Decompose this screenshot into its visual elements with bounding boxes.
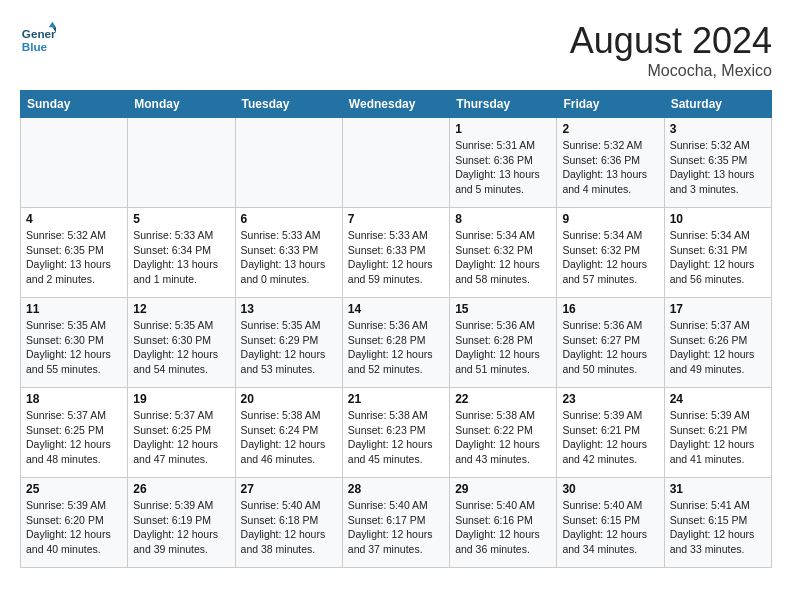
- day-number: 18: [26, 392, 122, 406]
- calendar-cell: 9Sunrise: 5:34 AMSunset: 6:32 PMDaylight…: [557, 208, 664, 298]
- day-detail: Sunrise: 5:38 AMSunset: 6:22 PMDaylight:…: [455, 408, 551, 467]
- day-header-friday: Friday: [557, 91, 664, 118]
- header-row: SundayMondayTuesdayWednesdayThursdayFrid…: [21, 91, 772, 118]
- day-detail: Sunrise: 5:40 AMSunset: 6:17 PMDaylight:…: [348, 498, 444, 557]
- day-number: 4: [26, 212, 122, 226]
- week-row-4: 18Sunrise: 5:37 AMSunset: 6:25 PMDayligh…: [21, 388, 772, 478]
- calendar-cell: 22Sunrise: 5:38 AMSunset: 6:22 PMDayligh…: [450, 388, 557, 478]
- day-number: 9: [562, 212, 658, 226]
- day-detail: Sunrise: 5:35 AMSunset: 6:30 PMDaylight:…: [133, 318, 229, 377]
- month-year: August 2024: [570, 20, 772, 62]
- calendar-cell: [235, 118, 342, 208]
- day-number: 27: [241, 482, 337, 496]
- day-detail: Sunrise: 5:39 AMSunset: 6:20 PMDaylight:…: [26, 498, 122, 557]
- calendar-cell: 16Sunrise: 5:36 AMSunset: 6:27 PMDayligh…: [557, 298, 664, 388]
- day-number: 28: [348, 482, 444, 496]
- day-detail: Sunrise: 5:32 AMSunset: 6:35 PMDaylight:…: [26, 228, 122, 287]
- day-number: 14: [348, 302, 444, 316]
- calendar-cell: 31Sunrise: 5:41 AMSunset: 6:15 PMDayligh…: [664, 478, 771, 568]
- day-number: 31: [670, 482, 766, 496]
- calendar-cell: 20Sunrise: 5:38 AMSunset: 6:24 PMDayligh…: [235, 388, 342, 478]
- day-number: 22: [455, 392, 551, 406]
- day-detail: Sunrise: 5:39 AMSunset: 6:21 PMDaylight:…: [562, 408, 658, 467]
- day-number: 30: [562, 482, 658, 496]
- day-number: 11: [26, 302, 122, 316]
- day-header-monday: Monday: [128, 91, 235, 118]
- day-number: 25: [26, 482, 122, 496]
- day-number: 12: [133, 302, 229, 316]
- day-header-tuesday: Tuesday: [235, 91, 342, 118]
- calendar-cell: 10Sunrise: 5:34 AMSunset: 6:31 PMDayligh…: [664, 208, 771, 298]
- calendar-cell: 26Sunrise: 5:39 AMSunset: 6:19 PMDayligh…: [128, 478, 235, 568]
- day-detail: Sunrise: 5:36 AMSunset: 6:27 PMDaylight:…: [562, 318, 658, 377]
- day-detail: Sunrise: 5:36 AMSunset: 6:28 PMDaylight:…: [455, 318, 551, 377]
- week-row-3: 11Sunrise: 5:35 AMSunset: 6:30 PMDayligh…: [21, 298, 772, 388]
- day-detail: Sunrise: 5:38 AMSunset: 6:24 PMDaylight:…: [241, 408, 337, 467]
- day-number: 8: [455, 212, 551, 226]
- day-detail: Sunrise: 5:33 AMSunset: 6:33 PMDaylight:…: [348, 228, 444, 287]
- day-detail: Sunrise: 5:40 AMSunset: 6:18 PMDaylight:…: [241, 498, 337, 557]
- calendar-cell: 27Sunrise: 5:40 AMSunset: 6:18 PMDayligh…: [235, 478, 342, 568]
- day-number: 13: [241, 302, 337, 316]
- day-number: 19: [133, 392, 229, 406]
- calendar-cell: [128, 118, 235, 208]
- calendar-cell: 13Sunrise: 5:35 AMSunset: 6:29 PMDayligh…: [235, 298, 342, 388]
- page-header: General Blue August 2024 Mococha, Mexico: [20, 20, 772, 80]
- title-block: August 2024 Mococha, Mexico: [570, 20, 772, 80]
- calendar-cell: [342, 118, 449, 208]
- svg-text:Blue: Blue: [22, 40, 48, 53]
- day-number: 16: [562, 302, 658, 316]
- day-detail: Sunrise: 5:39 AMSunset: 6:21 PMDaylight:…: [670, 408, 766, 467]
- day-detail: Sunrise: 5:35 AMSunset: 6:29 PMDaylight:…: [241, 318, 337, 377]
- calendar-cell: 12Sunrise: 5:35 AMSunset: 6:30 PMDayligh…: [128, 298, 235, 388]
- svg-text:General: General: [22, 27, 56, 40]
- day-number: 10: [670, 212, 766, 226]
- day-detail: Sunrise: 5:34 AMSunset: 6:31 PMDaylight:…: [670, 228, 766, 287]
- calendar-cell: 21Sunrise: 5:38 AMSunset: 6:23 PMDayligh…: [342, 388, 449, 478]
- day-header-thursday: Thursday: [450, 91, 557, 118]
- calendar-cell: 14Sunrise: 5:36 AMSunset: 6:28 PMDayligh…: [342, 298, 449, 388]
- day-number: 6: [241, 212, 337, 226]
- day-detail: Sunrise: 5:38 AMSunset: 6:23 PMDaylight:…: [348, 408, 444, 467]
- day-number: 5: [133, 212, 229, 226]
- day-detail: Sunrise: 5:31 AMSunset: 6:36 PMDaylight:…: [455, 138, 551, 197]
- calendar-cell: 24Sunrise: 5:39 AMSunset: 6:21 PMDayligh…: [664, 388, 771, 478]
- day-number: 24: [670, 392, 766, 406]
- location: Mococha, Mexico: [570, 62, 772, 80]
- day-number: 7: [348, 212, 444, 226]
- day-number: 21: [348, 392, 444, 406]
- day-detail: Sunrise: 5:41 AMSunset: 6:15 PMDaylight:…: [670, 498, 766, 557]
- week-row-2: 4Sunrise: 5:32 AMSunset: 6:35 PMDaylight…: [21, 208, 772, 298]
- day-detail: Sunrise: 5:32 AMSunset: 6:35 PMDaylight:…: [670, 138, 766, 197]
- calendar-cell: [21, 118, 128, 208]
- day-number: 29: [455, 482, 551, 496]
- calendar-cell: 2Sunrise: 5:32 AMSunset: 6:36 PMDaylight…: [557, 118, 664, 208]
- calendar-cell: 5Sunrise: 5:33 AMSunset: 6:34 PMDaylight…: [128, 208, 235, 298]
- calendar-cell: 23Sunrise: 5:39 AMSunset: 6:21 PMDayligh…: [557, 388, 664, 478]
- day-number: 26: [133, 482, 229, 496]
- day-number: 3: [670, 122, 766, 136]
- calendar-cell: 18Sunrise: 5:37 AMSunset: 6:25 PMDayligh…: [21, 388, 128, 478]
- day-detail: Sunrise: 5:33 AMSunset: 6:34 PMDaylight:…: [133, 228, 229, 287]
- calendar-cell: 1Sunrise: 5:31 AMSunset: 6:36 PMDaylight…: [450, 118, 557, 208]
- day-detail: Sunrise: 5:37 AMSunset: 6:25 PMDaylight:…: [133, 408, 229, 467]
- day-detail: Sunrise: 5:36 AMSunset: 6:28 PMDaylight:…: [348, 318, 444, 377]
- day-number: 1: [455, 122, 551, 136]
- day-number: 23: [562, 392, 658, 406]
- day-header-sunday: Sunday: [21, 91, 128, 118]
- calendar-cell: 4Sunrise: 5:32 AMSunset: 6:35 PMDaylight…: [21, 208, 128, 298]
- calendar-cell: 28Sunrise: 5:40 AMSunset: 6:17 PMDayligh…: [342, 478, 449, 568]
- day-detail: Sunrise: 5:32 AMSunset: 6:36 PMDaylight:…: [562, 138, 658, 197]
- day-detail: Sunrise: 5:40 AMSunset: 6:15 PMDaylight:…: [562, 498, 658, 557]
- calendar-cell: 7Sunrise: 5:33 AMSunset: 6:33 PMDaylight…: [342, 208, 449, 298]
- day-number: 15: [455, 302, 551, 316]
- day-detail: Sunrise: 5:34 AMSunset: 6:32 PMDaylight:…: [455, 228, 551, 287]
- calendar-cell: 15Sunrise: 5:36 AMSunset: 6:28 PMDayligh…: [450, 298, 557, 388]
- day-number: 17: [670, 302, 766, 316]
- day-number: 20: [241, 392, 337, 406]
- calendar-table: SundayMondayTuesdayWednesdayThursdayFrid…: [20, 90, 772, 568]
- calendar-cell: 19Sunrise: 5:37 AMSunset: 6:25 PMDayligh…: [128, 388, 235, 478]
- day-detail: Sunrise: 5:37 AMSunset: 6:25 PMDaylight:…: [26, 408, 122, 467]
- calendar-cell: 11Sunrise: 5:35 AMSunset: 6:30 PMDayligh…: [21, 298, 128, 388]
- day-detail: Sunrise: 5:37 AMSunset: 6:26 PMDaylight:…: [670, 318, 766, 377]
